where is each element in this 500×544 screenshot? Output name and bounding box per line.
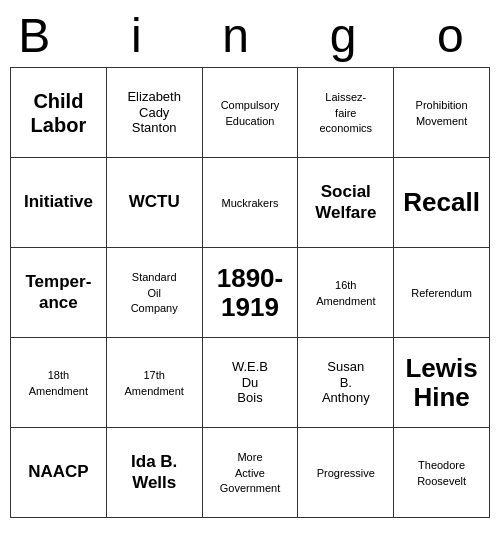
letter-g: g bbox=[330, 9, 375, 62]
cell-r2-c4: Referendum bbox=[394, 248, 490, 338]
cell-text-r3-c2: W.E.BDuBois bbox=[232, 359, 268, 405]
cell-r1-c4: Recall bbox=[394, 158, 490, 248]
cell-r1-c0: Initiative bbox=[11, 158, 107, 248]
cell-r3-c0: 18thAmendment bbox=[11, 338, 107, 428]
letter-b: B bbox=[18, 9, 68, 62]
cell-text-r2-c3: 16thAmendment bbox=[316, 279, 375, 307]
cell-text-r2-c2: 1890-1919 bbox=[217, 263, 284, 322]
cell-r0-c0: ChildLabor bbox=[11, 68, 107, 158]
cell-text-r0-c0: ChildLabor bbox=[31, 90, 87, 136]
cell-text-r3-c0: 18thAmendment bbox=[29, 369, 88, 397]
cell-text-r2-c1: StandardOilCompany bbox=[131, 271, 178, 314]
cell-text-r4-c1: Ida B.Wells bbox=[131, 452, 177, 491]
cell-r3-c4: LewisHine bbox=[394, 338, 490, 428]
cell-r2-c3: 16thAmendment bbox=[298, 248, 394, 338]
cell-r4-c4: TheodoreRoosevelt bbox=[394, 428, 490, 518]
cell-text-r4-c4: TheodoreRoosevelt bbox=[417, 459, 466, 487]
bingo-title: B i n g o bbox=[0, 0, 500, 67]
cell-r0-c4: ProhibitionMovement bbox=[394, 68, 490, 158]
cell-r3-c1: 17thAmendment bbox=[106, 338, 202, 428]
cell-r1-c3: SocialWelfare bbox=[298, 158, 394, 248]
cell-r0-c2: CompulsoryEducation bbox=[202, 68, 298, 158]
cell-text-r1-c2: Muckrakers bbox=[222, 197, 279, 209]
cell-r2-c0: Temper-ance bbox=[11, 248, 107, 338]
cell-r4-c2: MoreActiveGovernment bbox=[202, 428, 298, 518]
letter-i: i bbox=[131, 9, 160, 62]
cell-r4-c3: Progressive bbox=[298, 428, 394, 518]
cell-text-r3-c3: SusanB.Anthony bbox=[322, 359, 370, 405]
cell-r1-c1: WCTU bbox=[106, 158, 202, 248]
cell-text-r0-c4: ProhibitionMovement bbox=[416, 99, 468, 127]
cell-r0-c3: Laissez-faireeconomics bbox=[298, 68, 394, 158]
cell-text-r1-c0: Initiative bbox=[24, 192, 93, 211]
cell-text-r2-c4: Referendum bbox=[411, 287, 472, 299]
bingo-board: ChildLaborElizabethCadyStantonCompulsory… bbox=[10, 67, 490, 518]
letter-n: n bbox=[222, 9, 267, 62]
cell-text-r2-c0: Temper-ance bbox=[25, 272, 91, 311]
cell-text-r0-c1: ElizabethCadyStanton bbox=[127, 89, 180, 135]
cell-r3-c3: SusanB.Anthony bbox=[298, 338, 394, 428]
cell-text-r0-c3: Laissez-faireeconomics bbox=[320, 91, 373, 134]
letter-o: o bbox=[437, 9, 482, 62]
cell-r2-c1: StandardOilCompany bbox=[106, 248, 202, 338]
cell-text-r4-c2: MoreActiveGovernment bbox=[220, 451, 281, 494]
cell-text-r0-c2: CompulsoryEducation bbox=[221, 99, 280, 127]
cell-text-r1-c4: Recall bbox=[403, 187, 480, 217]
cell-r3-c2: W.E.BDuBois bbox=[202, 338, 298, 428]
cell-r4-c0: NAACP bbox=[11, 428, 107, 518]
cell-r4-c1: Ida B.Wells bbox=[106, 428, 202, 518]
cell-r1-c2: Muckrakers bbox=[202, 158, 298, 248]
cell-text-r1-c3: SocialWelfare bbox=[315, 182, 376, 221]
cell-text-r3-c4: LewisHine bbox=[405, 353, 477, 412]
cell-text-r3-c1: 17thAmendment bbox=[125, 369, 184, 397]
cell-r2-c2: 1890-1919 bbox=[202, 248, 298, 338]
cell-r0-c1: ElizabethCadyStanton bbox=[106, 68, 202, 158]
cell-text-r4-c0: NAACP bbox=[28, 462, 88, 481]
cell-text-r4-c3: Progressive bbox=[317, 467, 375, 479]
cell-text-r1-c1: WCTU bbox=[129, 192, 180, 211]
